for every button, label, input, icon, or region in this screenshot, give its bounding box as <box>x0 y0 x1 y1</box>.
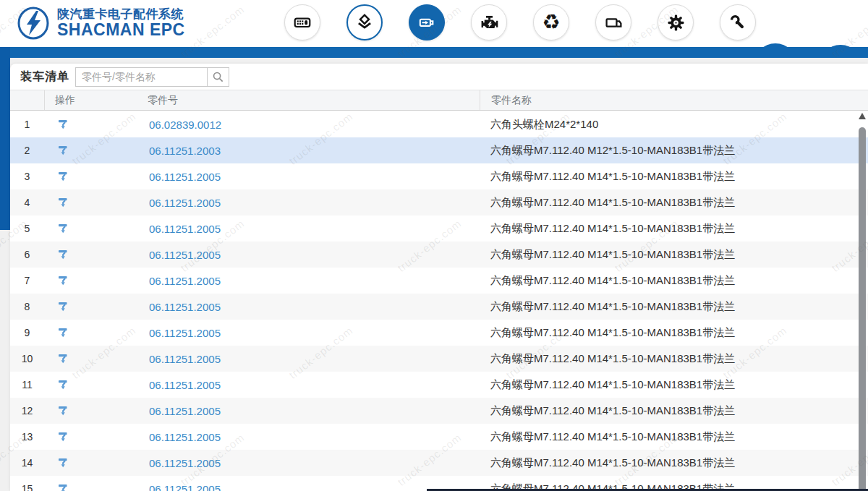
main-nav: ♻ <box>284 4 756 40</box>
header-part-name: 零件名称 <box>480 90 868 110</box>
locate-action-button[interactable] <box>44 294 137 320</box>
table-row[interactable]: 2 06.11251.2003六角螺母M7.112.40 M12*1.5-10-… <box>10 137 868 163</box>
row-index: 11 <box>10 372 44 398</box>
locate-in-diagram-icon <box>57 223 69 235</box>
part-number-link[interactable]: 06.11251.2005 <box>137 450 480 476</box>
locate-action-button[interactable] <box>44 215 137 242</box>
locate-action-button[interactable] <box>44 476 137 491</box>
locate-action-button[interactable] <box>44 372 137 398</box>
nav-truck-button[interactable] <box>595 4 631 40</box>
nav-tools-button[interactable] <box>720 4 756 40</box>
table-row[interactable]: 6 06.11251.2005六角螺母M7.112.40 M14*1.5-10-… <box>10 242 868 268</box>
list-title: 装车清单 <box>20 69 69 85</box>
locate-action-button[interactable] <box>44 424 137 450</box>
row-index: 7 <box>10 268 44 294</box>
brand-text: 陕汽重卡电子配件系统 SHACMAN EPC <box>57 8 185 38</box>
nav-engine-button[interactable] <box>471 4 507 40</box>
locate-action-button[interactable] <box>44 450 137 476</box>
part-number-link[interactable]: 06.11251.2005 <box>137 189 480 215</box>
part-name: 六角螺母M7.112.40 M14*1.5-10-MAN183B1带法兰 <box>480 268 868 294</box>
part-name: 六角螺母M7.112.40 M14*1.5-10-MAN183B1带法兰 <box>480 242 868 268</box>
part-name: 六角螺母M7.112.40 M14*1.5-10-MAN183B1带法兰 <box>480 294 868 320</box>
row-index: 5 <box>10 215 44 242</box>
table-row[interactable]: 5 06.11251.2005六角螺母M7.112.40 M14*1.5-10-… <box>10 215 868 242</box>
brand-logo-link[interactable]: 陕汽重卡电子配件系统 SHACMAN EPC <box>16 6 185 40</box>
nav-settings-button[interactable] <box>658 4 694 40</box>
nav-recycle-button[interactable]: ♻ <box>533 4 569 40</box>
locate-in-diagram-icon <box>57 483 69 491</box>
locate-action-button[interactable] <box>44 320 137 346</box>
table-row[interactable]: 8 06.11251.2005六角螺母M7.112.40 M14*1.5-10-… <box>10 294 868 320</box>
locate-action-button[interactable] <box>44 111 137 137</box>
locate-in-diagram-icon <box>57 405 69 417</box>
row-index: 2 <box>10 137 44 163</box>
locate-in-diagram-icon <box>57 353 69 365</box>
part-name: 六角螺母M7.112.40 M14*1.5-10-MAN183B1带法兰 <box>480 398 868 424</box>
truck-icon <box>604 13 624 33</box>
locate-action-button[interactable] <box>44 137 137 163</box>
part-name: 六角螺母M7.112.40 M14*1.5-10-MAN183B1带法兰 <box>480 320 868 346</box>
row-index: 3 <box>10 163 44 189</box>
row-index: 9 <box>10 320 44 346</box>
brand-title-cn: 陕汽重卡电子配件系统 <box>57 8 185 21</box>
table-row[interactable]: 7 06.11251.2005六角螺母M7.112.40 M14*1.5-10-… <box>10 268 868 294</box>
search-button[interactable] <box>208 67 229 87</box>
locate-in-diagram-icon <box>57 249 69 261</box>
locate-in-diagram-icon <box>57 275 69 287</box>
locate-action-button[interactable] <box>44 346 137 372</box>
part-number-link[interactable]: 06.11251.2005 <box>137 163 480 189</box>
table-row[interactable]: 9 06.11251.2005六角螺母M7.112.40 M14*1.5-10-… <box>10 320 868 346</box>
nav-layers-button[interactable] <box>346 4 383 40</box>
row-index: 15 <box>10 476 44 491</box>
table-row[interactable]: 10 06.11251.2005六角螺母M7.112.40 M14*1.5-10… <box>10 346 868 372</box>
table-row[interactable]: 14 06.11251.2005六角螺母M7.112.40 M14*1.5-10… <box>10 450 868 476</box>
table-row[interactable]: 1 06.02839.0012六角头螺栓M24*2*140 <box>10 111 868 137</box>
loading-list-panel: 装车清单 操作 零件号 零件名称 1 06.02839.0012六角头螺栓M24… <box>10 64 868 491</box>
header-index <box>10 90 44 110</box>
locate-action-button[interactable] <box>44 189 137 215</box>
locate-action-button[interactable] <box>44 242 137 268</box>
part-number-link[interactable]: 06.11251.2005 <box>137 320 480 346</box>
part-number-link[interactable]: 06.11251.2005 <box>137 346 480 372</box>
part-number-link[interactable]: 06.11251.2005 <box>137 372 480 398</box>
part-search-input[interactable] <box>75 67 208 87</box>
part-number-link[interactable]: 06.11251.2005 <box>137 424 480 450</box>
nav-battery-swap-button[interactable] <box>409 4 445 40</box>
part-number-link[interactable]: 06.11251.2005 <box>137 215 480 242</box>
locate-in-diagram-icon <box>57 457 69 469</box>
locate-action-button[interactable] <box>44 268 137 294</box>
part-number-link[interactable]: 06.11251.2003 <box>137 137 480 163</box>
left-accent-strip <box>0 47 10 230</box>
locate-in-diagram-icon <box>57 145 69 157</box>
part-number-link[interactable]: 06.11251.2005 <box>137 242 480 268</box>
part-name: 六角螺母M7.112.40 M14*1.5-10-MAN183B1带法兰 <box>480 163 868 189</box>
table-row[interactable]: 11 06.11251.2005六角螺母M7.112.40 M14*1.5-10… <box>10 372 868 398</box>
table-row[interactable]: 4 06.11251.2005六角螺母M7.112.40 M14*1.5-10-… <box>10 189 868 215</box>
table-header-row: 操作 零件号 零件名称 <box>10 90 868 111</box>
nav-vin-keyboard-button[interactable] <box>284 4 320 40</box>
row-index: 14 <box>10 450 44 476</box>
locate-in-diagram-icon <box>57 119 69 131</box>
part-number-link[interactable]: 06.02839.0012 <box>137 111 480 137</box>
accent-divider-bar <box>0 47 868 58</box>
shacman-lightning-logo-icon <box>16 6 51 40</box>
header-part-number: 零件号 <box>137 90 480 110</box>
part-number-link[interactable]: 06.11251.2005 <box>137 398 480 424</box>
locate-action-button[interactable] <box>44 163 137 189</box>
scrollbar-thumb[interactable] <box>859 127 866 491</box>
part-number-link[interactable]: 06.11251.2005 <box>137 294 480 320</box>
part-name: 六角螺母M7.112.40 M12*1.5-10-MAN183B1带法兰 <box>480 137 868 163</box>
table-row[interactable]: 3 06.11251.2005六角螺母M7.112.40 M14*1.5-10-… <box>10 163 868 189</box>
scroll-up-arrow-icon[interactable] <box>859 113 866 119</box>
part-name: 六角螺母M7.112.40 M14*1.5-10-MAN183B1带法兰 <box>480 450 868 476</box>
table-row[interactable]: 12 06.11251.2005六角螺母M7.112.40 M14*1.5-10… <box>10 398 868 424</box>
vin-keyboard-icon <box>293 13 312 32</box>
vertical-scrollbar[interactable] <box>858 108 867 491</box>
part-number-link[interactable]: 06.11251.2005 <box>137 268 480 294</box>
part-name: 六角螺母M7.112.40 M14*1.5-10-MAN183B1带法兰 <box>480 346 868 372</box>
locate-action-button[interactable] <box>44 398 137 424</box>
part-name: 六角螺母M7.112.40 M14*1.5-10-MAN183B1带法兰 <box>480 215 868 242</box>
locate-in-diagram-icon <box>57 327 69 339</box>
table-row[interactable]: 13 06.11251.2005六角螺母M7.112.40 M14*1.5-10… <box>10 424 868 450</box>
row-index: 10 <box>10 346 44 372</box>
